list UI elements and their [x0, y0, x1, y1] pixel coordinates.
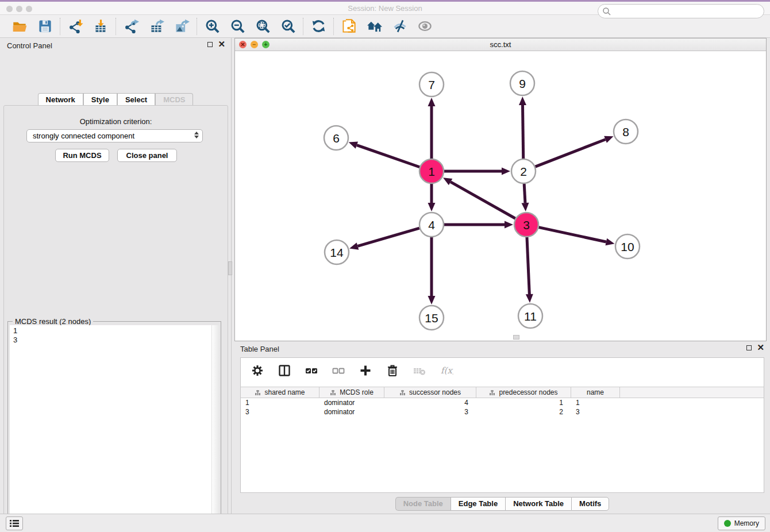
table-cell[interactable]: 3: [571, 407, 620, 417]
table-cell[interactable]: 1: [241, 398, 319, 407]
graph-edge-2-9[interactable]: [522, 105, 523, 159]
delete-table-disabled-button: [412, 363, 427, 378]
tab-select[interactable]: Select: [117, 93, 155, 106]
graph-node-3[interactable]: 3: [514, 213, 538, 237]
graph-edge-3-10[interactable]: [539, 228, 606, 242]
graph-edge-2-3[interactable]: [524, 184, 525, 203]
criterion-select[interactable]: strongly connected component: [26, 129, 203, 142]
show-hide-button[interactable]: [391, 18, 408, 35]
network-window-titlebar[interactable]: ✕ − + scc.txt: [235, 38, 766, 51]
optimization-criterion-label: Optimization criterion:: [4, 117, 228, 126]
table-cell[interactable]: 2: [476, 407, 571, 417]
export-network-icon: [124, 18, 139, 34]
graph-edge-arrowhead: [519, 97, 526, 105]
export-image-button[interactable]: [173, 18, 190, 35]
tab-style[interactable]: Style: [83, 93, 117, 106]
close-panel-button[interactable]: Close panel: [117, 149, 177, 162]
graph-edge-3-1[interactable]: [451, 182, 515, 219]
table-cell[interactable]: 3: [241, 407, 319, 417]
deselect-checks-button[interactable]: [331, 363, 346, 378]
graph-node-15[interactable]: 15: [419, 306, 444, 330]
column-header-shared-name[interactable]: shared name: [241, 387, 319, 398]
close-table-panel-icon[interactable]: ✕: [757, 344, 764, 351]
tab-mcds[interactable]: MCDS: [155, 93, 193, 106]
float-table-panel-icon[interactable]: [746, 345, 752, 350]
import-network-button[interactable]: [67, 18, 84, 35]
graph-edge-3-11[interactable]: [527, 237, 529, 294]
float-panel-icon[interactable]: [207, 42, 213, 47]
delete-rows-button[interactable]: [385, 363, 400, 378]
graph-edge-2-8[interactable]: [536, 140, 606, 167]
import-table-button[interactable]: [92, 18, 109, 35]
function-disabled-button: f(x): [439, 363, 454, 378]
graph-edge-1-6[interactable]: [357, 145, 419, 167]
column-header-predecessor-nodes[interactable]: predecessor nodes: [476, 387, 571, 398]
column-header-successor-nodes[interactable]: successor nodes: [384, 387, 476, 398]
graph-node-8[interactable]: 8: [614, 119, 638, 144]
tab-network[interactable]: Network: [38, 93, 83, 106]
open-folder-button[interactable]: [11, 18, 28, 35]
graph-edge-4-14[interactable]: [357, 228, 419, 246]
run-mcds-button[interactable]: Run MCDS: [55, 149, 109, 162]
network-canvas[interactable]: 7968124314101511: [235, 51, 766, 341]
table-row[interactable]: 1dominator411: [241, 398, 764, 407]
refresh-button[interactable]: [310, 18, 327, 35]
split-columns-button[interactable]: [277, 363, 292, 378]
tab-motifs[interactable]: Motifs: [571, 497, 609, 511]
save-button[interactable]: [36, 18, 53, 35]
graph-node-10[interactable]: 10: [615, 234, 640, 259]
table-row[interactable]: 3dominator323: [241, 407, 764, 417]
eye-icon: [417, 18, 433, 34]
table-container: f(x) shared nameMCDS rolesuccessor nodes…: [240, 357, 764, 493]
network-hscrollbar-thumb[interactable]: [513, 335, 519, 340]
table-tabs: Node TableEdge TableNetwork TableMotifs: [234, 497, 770, 511]
graph-node-11[interactable]: 11: [518, 304, 542, 328]
zoom-in-button[interactable]: [203, 18, 221, 35]
task-history-button[interactable]: [6, 516, 23, 530]
network-view-window: ✕ − + scc.txt 7968124314101511: [234, 38, 767, 341]
svg-text:4: 4: [428, 218, 435, 232]
zoom-fit-button[interactable]: [254, 18, 271, 35]
add-column-button[interactable]: [358, 363, 373, 378]
close-panel-icon[interactable]: ✕: [218, 41, 225, 48]
graph-edge-arrowhead: [428, 98, 436, 106]
select-all-checks-button[interactable]: [304, 363, 319, 378]
table-cell[interactable]: 4: [384, 398, 476, 407]
svg-text:8: 8: [622, 125, 629, 138]
zoom-out-button[interactable]: [229, 18, 246, 35]
graph-node-4[interactable]: 4: [419, 213, 444, 237]
graph-node-7[interactable]: 7: [419, 72, 444, 97]
zoom-fit-icon: [255, 18, 271, 34]
table-cell[interactable]: dominator: [319, 407, 384, 417]
graph-node-6[interactable]: 6: [324, 126, 348, 150]
graph-node-14[interactable]: 14: [325, 240, 349, 264]
mcds-result-text[interactable]: 1 3: [10, 325, 211, 532]
home-button[interactable]: [365, 18, 383, 35]
tab-node-table[interactable]: Node Table: [395, 497, 451, 511]
memory-button[interactable]: Memory: [718, 516, 765, 530]
column-header-MCDS-role[interactable]: MCDS role: [319, 387, 384, 398]
graph-edge-arrowhead: [428, 203, 436, 211]
column-header-name[interactable]: name: [571, 387, 620, 398]
tab-network-table[interactable]: Network Table: [505, 497, 571, 511]
graph-node-9[interactable]: 9: [510, 71, 534, 95]
search-input[interactable]: [598, 4, 764, 18]
table-cell[interactable]: 1: [476, 398, 571, 407]
network-from-file-button[interactable]: [340, 18, 357, 35]
svg-text:f(x): f(x): [441, 365, 453, 376]
table-cell[interactable]: 3: [384, 407, 476, 417]
gear-button[interactable]: [250, 363, 265, 378]
mcds-result-scrollbar[interactable]: [211, 325, 219, 532]
table-cell[interactable]: dominator: [319, 398, 384, 407]
mcds-result-title: MCDS result (2 nodes): [13, 317, 93, 326]
zoom-selected-button[interactable]: [279, 18, 297, 35]
eye-button[interactable]: [416, 18, 433, 35]
export-network-button[interactable]: [122, 18, 140, 35]
graph-node-1[interactable]: 1: [419, 159, 444, 183]
graph-edge-arrowhead: [349, 141, 358, 148]
graph-node-2[interactable]: 2: [511, 159, 536, 183]
table-cell[interactable]: 1: [571, 398, 620, 407]
panel-splitter-handle[interactable]: [228, 261, 232, 275]
export-table-button[interactable]: [148, 18, 165, 35]
tab-edge-table[interactable]: Edge Table: [451, 497, 505, 511]
